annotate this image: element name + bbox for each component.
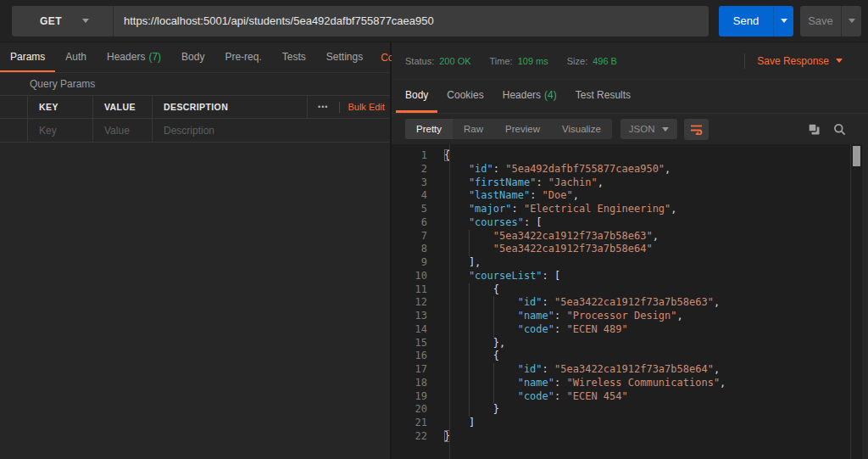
tab-test-results[interactable]: Test Results bbox=[566, 80, 640, 113]
time-group: Time: 109 ms bbox=[490, 56, 548, 66]
code-line: 6 "courses": [ bbox=[392, 216, 862, 230]
line-number: 11 bbox=[392, 283, 438, 297]
tab-tests[interactable]: Tests bbox=[272, 42, 316, 72]
view-raw[interactable]: Raw bbox=[453, 119, 494, 139]
line-content: { bbox=[438, 283, 499, 297]
bulk-edit-link[interactable]: Bulk Edit bbox=[348, 102, 384, 112]
more-options-icon[interactable]: ••• bbox=[314, 103, 331, 111]
scrollbar-track[interactable] bbox=[850, 144, 862, 459]
tab-response-cookies[interactable]: Cookies bbox=[437, 80, 492, 113]
send-button-label: Send bbox=[733, 14, 759, 27]
code-lines: 1{2 "id": "5ea492dafbf755877caea950",3 "… bbox=[392, 149, 862, 444]
code-line: 9 ], bbox=[392, 256, 862, 270]
code-line: 3 "firstName": "Jachin", bbox=[392, 176, 862, 190]
tab-auth[interactable]: Auth bbox=[55, 42, 97, 72]
wrap-lines-icon bbox=[690, 124, 703, 135]
line-number: 9 bbox=[392, 256, 438, 270]
tab-body[interactable]: Body bbox=[171, 42, 214, 72]
response-panel: Status: 200 OK Time: 109 ms Size: 496 B … bbox=[392, 42, 868, 459]
view-visualize[interactable]: Visualize bbox=[551, 119, 612, 139]
line-number: 20 bbox=[392, 403, 438, 417]
view-preview[interactable]: Preview bbox=[494, 119, 551, 139]
postman-app: GET Send Save bbox=[0, 0, 868, 459]
param-key-input[interactable] bbox=[39, 125, 92, 137]
view-label: Pretty bbox=[416, 124, 442, 134]
chevron-down-icon bbox=[82, 19, 89, 23]
query-params-title: Query Params bbox=[0, 73, 390, 95]
response-toolbar-icons bbox=[808, 123, 854, 136]
code-line: 13 "name": "Processor Design", bbox=[392, 310, 862, 323]
save-button-group: Save bbox=[800, 6, 861, 36]
search-button[interactable] bbox=[833, 123, 846, 136]
save-response-button[interactable]: Save Response bbox=[757, 55, 843, 67]
line-number: 18 bbox=[392, 377, 438, 390]
tab-headers[interactable]: Headers (7) bbox=[97, 42, 171, 72]
view-label: Visualize bbox=[562, 124, 601, 134]
scrollbar-thumb[interactable] bbox=[853, 146, 860, 166]
param-row-handle bbox=[0, 119, 28, 142]
tab-params[interactable]: Params bbox=[0, 42, 55, 72]
line-content: "name": "Wireless Communications", bbox=[438, 377, 726, 390]
line-number: 16 bbox=[392, 350, 438, 363]
line-content: }, bbox=[438, 337, 505, 350]
value-column-label: VALUE bbox=[104, 102, 136, 112]
request-top-bar: GET Send Save bbox=[0, 0, 868, 42]
tab-label: Params bbox=[10, 51, 45, 63]
view-pretty[interactable]: Pretty bbox=[405, 119, 453, 139]
url-input[interactable] bbox=[114, 6, 709, 36]
line-number: 14 bbox=[392, 323, 438, 337]
key-column-header: KEY bbox=[28, 96, 93, 118]
view-label: Preview bbox=[505, 124, 540, 134]
param-description-cell bbox=[153, 119, 390, 142]
status-label: Status: bbox=[405, 56, 434, 66]
line-content: "id": "5ea492dafbf755877caea950", bbox=[438, 163, 670, 176]
line-number: 2 bbox=[392, 163, 438, 176]
format-select[interactable]: JSON bbox=[620, 119, 678, 139]
tab-response-headers[interactable]: Headers (4) bbox=[493, 80, 566, 113]
tab-label: Headers bbox=[503, 89, 541, 101]
view-label: Raw bbox=[464, 124, 483, 134]
code-line: 16 { bbox=[392, 350, 862, 363]
tab-label: Auth bbox=[65, 51, 86, 63]
code-line: 14 "code": "ECEN 489" bbox=[392, 323, 862, 337]
line-content: "5ea3422ca1912f73a7b58e64" bbox=[438, 243, 653, 256]
method-select[interactable]: GET bbox=[12, 6, 113, 36]
line-number: 21 bbox=[392, 417, 438, 430]
tab-settings[interactable]: Settings bbox=[316, 42, 373, 72]
time-label: Time: bbox=[490, 56, 513, 66]
main-split: Params Auth Headers (7) Body Pre-req. Te… bbox=[0, 42, 868, 459]
line-number: 10 bbox=[392, 270, 438, 283]
copy-icon bbox=[808, 123, 821, 136]
request-url-bar: GET bbox=[12, 6, 709, 36]
code-line: 1{ bbox=[392, 149, 862, 163]
value-column-header: VALUE bbox=[93, 96, 153, 118]
send-button[interactable]: Send bbox=[719, 6, 773, 36]
response-body-viewer[interactable]: 1{2 "id": "5ea492dafbf755877caea950",3 "… bbox=[392, 144, 862, 459]
time-value: 109 ms bbox=[518, 56, 548, 66]
line-content: } bbox=[438, 403, 499, 417]
save-response-label: Save Response bbox=[757, 55, 829, 67]
tab-pre-request[interactable]: Pre-req. bbox=[214, 42, 271, 72]
size-group: Size: 496 B bbox=[567, 56, 617, 66]
request-panel: Params Auth Headers (7) Body Pre-req. Te… bbox=[0, 42, 392, 459]
params-header-actions: ••• Bulk Edit bbox=[308, 96, 391, 118]
copy-button[interactable] bbox=[808, 123, 821, 136]
param-value-input[interactable] bbox=[104, 125, 152, 137]
code-line: 4 "lastName": "Doe", bbox=[392, 189, 862, 203]
code-line: 21 ] bbox=[392, 417, 862, 430]
line-number: 5 bbox=[392, 203, 438, 216]
wrap-lines-button[interactable] bbox=[684, 119, 709, 140]
param-select-column bbox=[0, 96, 28, 118]
line-content: "courses": [ bbox=[438, 216, 542, 230]
param-description-input[interactable] bbox=[164, 125, 390, 137]
save-button[interactable]: Save bbox=[800, 6, 841, 36]
save-button-label: Save bbox=[808, 14, 833, 27]
line-content: "lastName": "Doe", bbox=[438, 189, 579, 203]
line-number: 12 bbox=[392, 296, 438, 310]
size-value: 496 B bbox=[593, 56, 617, 66]
line-content: ] bbox=[438, 417, 475, 430]
send-options-button[interactable] bbox=[773, 6, 793, 36]
save-options-button[interactable] bbox=[841, 6, 861, 36]
line-number: 22 bbox=[392, 430, 438, 444]
tab-response-body[interactable]: Body bbox=[396, 80, 437, 113]
